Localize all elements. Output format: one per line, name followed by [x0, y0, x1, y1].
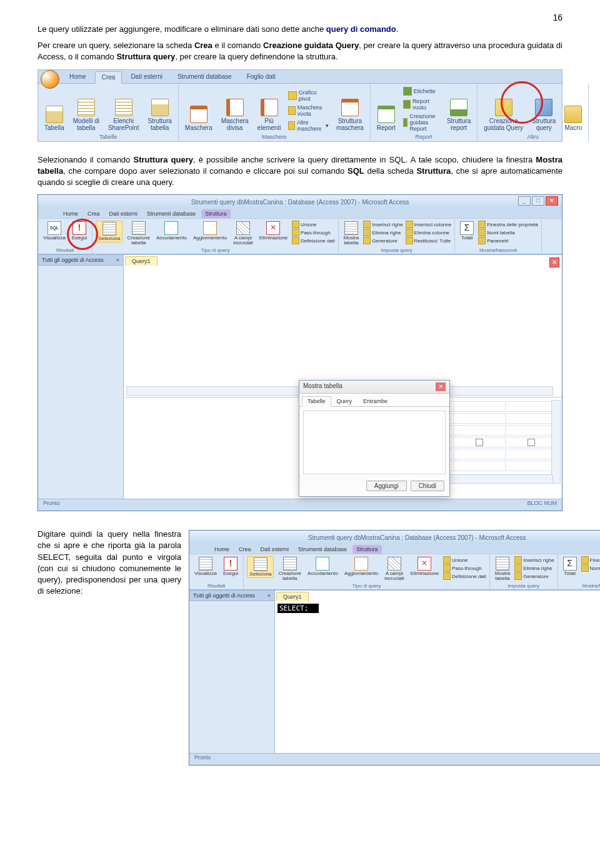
btn-visualizza[interactable]: Visualizza — [192, 556, 219, 577]
dialog-titlebar[interactable]: Mostra tabella ✕ — [299, 381, 449, 394]
btn-macro[interactable]: Macro — [562, 104, 584, 132]
tab-strumenti-db[interactable]: Strumenti database — [171, 71, 238, 83]
dlg-tab-query[interactable]: Query — [331, 396, 358, 406]
btn-maschera[interactable]: Maschera — [182, 104, 215, 132]
btn-struttura-maschera[interactable]: Struttura maschera — [334, 97, 366, 132]
btn-unione[interactable]: Unione — [443, 556, 486, 564]
btn-passthrough[interactable]: Pass-through — [292, 229, 335, 236]
make-table-icon — [132, 221, 146, 235]
dlg-tab-entrambe[interactable]: Entrambe — [358, 396, 393, 406]
btn-altre-maschere[interactable]: Altre maschere ▾ — [287, 119, 330, 132]
tab-home[interactable]: Home — [211, 545, 233, 554]
tab-strumenti-db[interactable]: Strumenti database — [143, 209, 199, 218]
tab-crea[interactable]: Crea — [235, 545, 255, 554]
btn-report[interactable]: Report — [374, 104, 398, 132]
btn-nomi-tabella[interactable]: Nomi tabella — [581, 564, 600, 572]
dlg-tab-tabelle[interactable]: Tabelle — [302, 396, 331, 407]
btn-finestra-proprieta[interactable]: Finestra delle proprietà — [581, 556, 600, 564]
btn-seleziona[interactable]: Seleziona — [247, 556, 274, 578]
tab-crea[interactable]: Crea — [95, 71, 122, 84]
btn-nomi-tabella[interactable]: Nomi tabella — [478, 229, 538, 236]
dlg-listbox[interactable] — [303, 411, 446, 474]
window-max-button[interactable]: □ — [532, 196, 544, 206]
tab-crea[interactable]: Crea — [84, 209, 104, 218]
btn-parametri[interactable]: Parametri — [478, 237, 538, 244]
btn-maschera-vuota[interactable]: Maschera vuota — [287, 104, 330, 117]
btn-generatore[interactable]: Generatore — [363, 237, 402, 244]
document-tab-query1[interactable]: Query1 — [276, 592, 309, 601]
btn-esegui[interactable]: Esegui — [70, 221, 89, 241]
btn-creazione-guidata-query[interactable]: Creazione guidata Query — [481, 97, 526, 132]
office-button[interactable] — [41, 70, 59, 89]
btn-inserisci-righe[interactable]: Inserisci righe — [363, 221, 402, 228]
crosstab-icon — [236, 221, 250, 235]
btn-maschera-divisa[interactable]: Maschera divisa — [219, 97, 251, 132]
tab-strumenti-db[interactable]: Strumenti database — [294, 545, 351, 554]
btn-mostra-tabella[interactable]: Mostra tabella — [342, 221, 361, 246]
btn-elenchi-sharepoint[interactable]: Elenchi SharePoint — [106, 97, 141, 132]
btn-generatore[interactable]: Generatore — [514, 572, 554, 580]
tab-dati-esterni[interactable]: Dati esterni — [106, 209, 142, 218]
window-close-button[interactable]: ✕ — [546, 196, 558, 206]
btn-modelli-tabella[interactable]: Modelli di tabella — [71, 97, 102, 132]
btn-accodamento[interactable]: Accodamento — [306, 556, 340, 577]
sql-view-area[interactable]: Query1 ✕ SELECT; — [275, 591, 600, 753]
btn-tabella[interactable]: Tabella — [42, 104, 67, 132]
btn-inserisci-colonne[interactable]: Inserisci colonne — [406, 221, 452, 228]
btn-accodamento[interactable]: Accodamento — [154, 221, 189, 241]
btn-restituisci[interactable]: Restituisci: Tutte — [406, 237, 452, 244]
btn-campi-incrociati[interactable]: A campi incrociati — [382, 556, 406, 582]
tab-dati-esterni[interactable]: Dati esterni — [257, 545, 293, 554]
tab-struttura[interactable]: Struttura — [201, 209, 231, 218]
btn-totali[interactable]: Totali — [458, 221, 476, 241]
dlg-chiudi-button[interactable]: Chiudi — [411, 481, 444, 491]
btn-definizione-dati[interactable]: Definizione dati — [443, 572, 486, 580]
group-report: Report Etichette Report vuoto Creazione … — [371, 84, 478, 141]
btn-eliminazione[interactable]: Eliminazione — [409, 556, 441, 577]
btn-esegui[interactable]: Esegui — [221, 556, 240, 577]
document-tab-query1[interactable]: Query1 — [125, 256, 158, 266]
btn-struttura-report[interactable]: Struttura report — [444, 97, 473, 132]
btn-grafico-pivot[interactable]: Grafico pivot — [287, 89, 330, 102]
btn-elimina-righe[interactable]: Elimina righe — [363, 229, 402, 236]
btn-etichette[interactable]: Etichette — [402, 86, 441, 96]
btn-inserisci-righe[interactable]: Inserisci righe — [514, 556, 554, 564]
btn-aggiornamento[interactable]: Aggiornamento — [191, 221, 229, 241]
btn-piu-elementi[interactable]: Più elementi — [255, 97, 284, 132]
btn-seleziona[interactable]: Seleziona — [96, 221, 122, 242]
tab-struttura[interactable]: Struttura — [352, 545, 382, 554]
window-min-button[interactable]: _ — [518, 196, 531, 206]
btn-totali[interactable]: Totali — [561, 556, 579, 577]
btn-passthrough[interactable]: Pass-through — [443, 564, 486, 572]
show-checkbox[interactable] — [476, 439, 483, 446]
tab-home[interactable]: Home — [63, 71, 92, 83]
window-titlebar: Strumenti query dbMostraCanina : Databas… — [38, 195, 562, 209]
btn-struttura-tabella[interactable]: Struttura tabella — [145, 97, 174, 132]
tab-home[interactable]: Home — [59, 209, 82, 218]
btn-report-vuoto[interactable]: Report vuoto — [402, 97, 441, 111]
group-altro: Creazione guidata Query Struttura query … — [478, 84, 589, 141]
scrollbar-v[interactable] — [551, 400, 561, 484]
btn-finestra-proprieta[interactable]: Finestra delle proprietà — [478, 221, 538, 228]
btn-creazione-tabella[interactable]: Creazione tabella — [125, 221, 151, 246]
btn-elimina-colonne[interactable]: Elimina colonne — [406, 229, 452, 236]
navigation-pane[interactable]: Tutti gli oggetti di Access« — [38, 255, 124, 499]
btn-creazione-tabella[interactable]: Creazione tabella — [276, 556, 302, 582]
btn-definizione-dati[interactable]: Definizione dati — [292, 237, 335, 244]
dialog-close-button[interactable]: ✕ — [436, 382, 446, 391]
btn-campi-incrociati[interactable]: A campi incrociati — [231, 221, 255, 246]
chevron-icon: « — [268, 592, 271, 599]
show-checkbox[interactable] — [528, 439, 535, 446]
tab-dati-esterni[interactable]: Dati esterni — [124, 71, 169, 83]
btn-crea-guidata-report[interactable]: Creazione guidata Report — [402, 112, 441, 132]
btn-aggiornamento[interactable]: Aggiornamento — [342, 556, 380, 577]
btn-mostra-tabella[interactable]: Mostra tabella — [493, 556, 512, 582]
tab-foglio-dati[interactable]: Foglio dati — [241, 71, 282, 83]
btn-unione[interactable]: Unione — [292, 221, 335, 228]
btn-eliminazione[interactable]: Eliminazione — [258, 221, 289, 241]
dlg-aggiungi-button[interactable]: Aggiungi — [366, 481, 407, 491]
navigation-pane[interactable]: Tutti gli oggetti di Access« — [189, 591, 275, 753]
btn-visualizza-sql[interactable]: SQLVisualizza — [41, 221, 68, 241]
btn-elimina-righe[interactable]: Elimina righe — [514, 564, 554, 572]
btn-struttura-query[interactable]: Struttura query — [529, 97, 558, 132]
